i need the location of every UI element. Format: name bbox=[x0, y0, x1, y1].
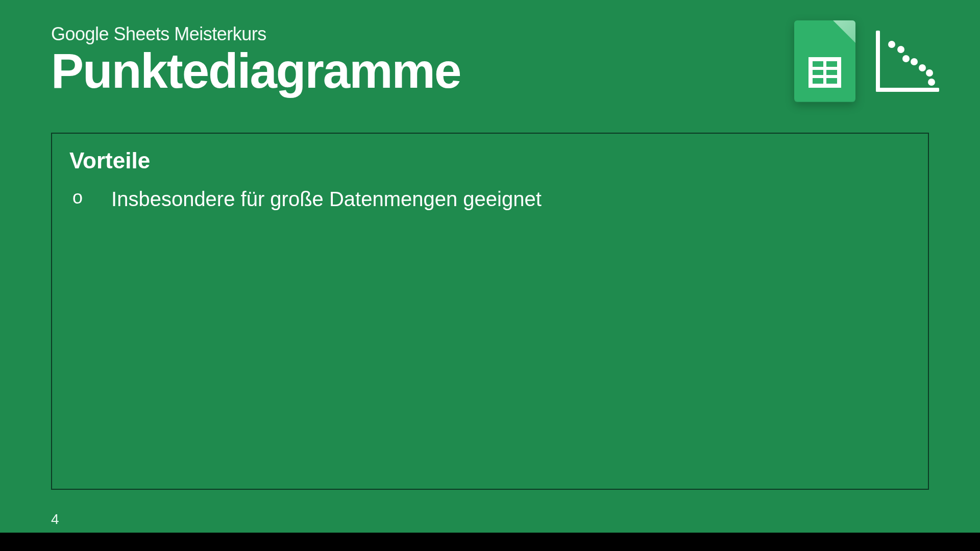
bullet-item: oInsbesondere für große Datenmengen geei… bbox=[69, 186, 911, 212]
scatter-dot bbox=[902, 55, 910, 62]
google-sheets-icon bbox=[794, 20, 855, 102]
scatter-dot bbox=[926, 69, 933, 77]
scatter-dot bbox=[897, 46, 904, 53]
axis-y bbox=[876, 31, 880, 92]
bullet-marker: o bbox=[72, 186, 83, 210]
bullet-text: Insbesondere für große Datenmengen geeig… bbox=[111, 186, 542, 212]
header-icons bbox=[794, 20, 939, 102]
scatter-chart-icon bbox=[873, 31, 939, 92]
axis-x bbox=[876, 88, 939, 92]
slide: Google Sheets Meisterkurs Punktediagramm… bbox=[0, 0, 980, 551]
scatter-dot bbox=[919, 64, 926, 71]
box-heading: Vorteile bbox=[69, 148, 911, 173]
letterbox-bottom bbox=[0, 533, 980, 551]
content-box: Vorteile oInsbesondere für große Datenme… bbox=[51, 133, 929, 490]
bullet-list: oInsbesondere für große Datenmengen geei… bbox=[69, 186, 911, 212]
page-number: 4 bbox=[51, 511, 59, 528]
sheets-grid-icon bbox=[808, 57, 841, 88]
scatter-dot bbox=[888, 41, 895, 48]
scatter-dot bbox=[911, 58, 918, 65]
scatter-dot bbox=[928, 79, 935, 86]
